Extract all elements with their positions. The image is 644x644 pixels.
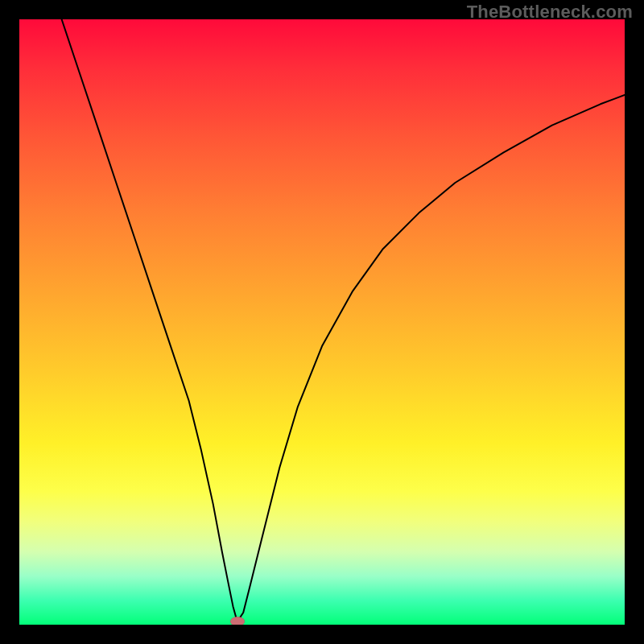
- watermark-text: TheBottleneck.com: [467, 2, 633, 23]
- minimum-marker: [230, 617, 245, 625]
- plot-area: [19, 19, 625, 625]
- chart-frame: TheBottleneck.com: [0, 0, 644, 644]
- bottleneck-curve: [19, 19, 625, 625]
